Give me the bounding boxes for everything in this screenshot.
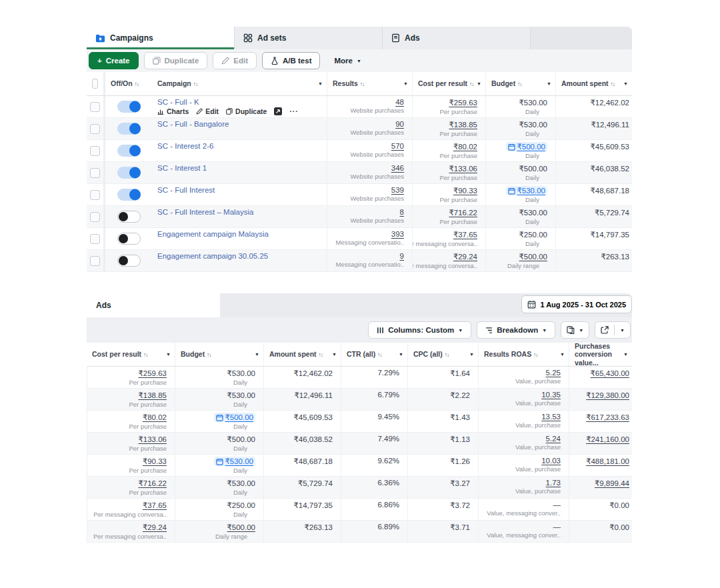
results-roas-value[interactable]: 1.73	[546, 479, 561, 487]
results-roas-value[interactable]: 10.35	[541, 391, 561, 399]
purchases-conversion-value[interactable]: ₹9,899.44	[595, 479, 629, 488]
budget-value[interactable]: ₹530.00	[519, 120, 548, 129]
more-button[interactable]: More ▼	[325, 52, 369, 69]
cost-per-result-value[interactable]: ₹259.63	[139, 369, 167, 378]
tab-campaigns[interactable]: Campaigns	[87, 27, 235, 49]
filter-caret-icon[interactable]: ▼	[547, 81, 551, 86]
filter-caret-icon[interactable]: ▼	[399, 351, 403, 357]
campaign-name-link[interactable]: SC - Interest 2-6	[157, 142, 321, 150]
header-budget[interactable]: Budget ↑↓ ▼	[485, 72, 555, 95]
budget-value[interactable]: ₹530.00	[214, 457, 256, 466]
results-value[interactable]: 393	[391, 230, 404, 238]
cost-per-result-value[interactable]: ₹716.22	[139, 479, 167, 488]
campaign-toggle[interactable]	[117, 189, 141, 201]
cost-per-result-value[interactable]: ₹133.06	[139, 435, 167, 444]
results-value[interactable]: 8	[400, 208, 404, 216]
filter-caret-icon[interactable]: ▼	[623, 81, 628, 86]
cost-per-result-value[interactable]: ₹716.22	[449, 208, 478, 217]
budget-value[interactable]: ₹530.00	[519, 208, 548, 217]
campaign-toggle[interactable]	[117, 255, 141, 267]
header-purchases-conversion-value[interactable]: Purchases conversion value... ▼	[569, 343, 632, 366]
purchases-conversion-value[interactable]: ₹0.00	[609, 523, 629, 532]
budget-value[interactable]: ₹500.00	[506, 142, 548, 151]
cost-per-result-value[interactable]: ₹138.85	[139, 391, 167, 400]
row-checkbox[interactable]	[90, 124, 100, 134]
budget-value[interactable]: ₹530.00	[506, 186, 548, 195]
cost-per-result-value[interactable]: ₹259.63	[449, 98, 478, 107]
row-checkbox[interactable]	[90, 146, 100, 156]
row-checkbox[interactable]	[90, 256, 100, 266]
budget-value[interactable]: ₹530.00	[519, 98, 548, 107]
duplicate-action[interactable]: Duplicate	[226, 107, 267, 115]
purchases-conversion-value[interactable]: ₹488,181.00	[586, 457, 629, 466]
campaign-name-link[interactable]: Engagement campaign Malaysia	[157, 230, 321, 238]
date-range-button[interactable]: 1 Aug 2025 - 31 Oct 2025	[521, 295, 632, 313]
cost-per-result-value[interactable]: ₹80.02	[453, 142, 477, 151]
results-value[interactable]: 346	[391, 164, 404, 172]
filter-caret-icon[interactable]: ▼	[166, 351, 171, 357]
ads-panel-tab[interactable]: Ads	[87, 293, 220, 317]
campaign-name-link[interactable]: SC - Full - Bangalore	[157, 120, 321, 128]
breakdown-button[interactable]: Breakdown ▼	[477, 321, 555, 339]
filter-caret-icon[interactable]: ▼	[623, 351, 628, 357]
campaign-name-link[interactable]: SC - Full Interest	[157, 186, 321, 194]
reports-button[interactable]: ▼	[561, 321, 589, 339]
edit-button[interactable]: Edit	[213, 52, 257, 69]
results-value[interactable]: 9	[400, 252, 404, 260]
header-campaign[interactable]: Campaign ↑↓ ▼	[152, 72, 327, 95]
campaign-name-link[interactable]: Engagement campaign 30.05.25	[157, 252, 321, 260]
row-checkbox[interactable]	[90, 212, 100, 222]
results-value[interactable]: 570	[391, 142, 404, 150]
budget-value[interactable]: ₹250.00	[519, 230, 548, 239]
purchases-conversion-value[interactable]: ₹129,380.00	[586, 391, 629, 400]
cost-per-result-value[interactable]: ₹29.24	[143, 523, 167, 532]
results-value[interactable]: 48	[395, 98, 404, 106]
filter-caret-icon[interactable]: ▼	[332, 351, 337, 357]
create-button[interactable]: + Create	[89, 52, 139, 69]
campaign-toggle[interactable]	[117, 233, 141, 245]
cost-per-result-value[interactable]: ₹37.65	[453, 230, 477, 239]
cost-per-result-value[interactable]: ₹90.33	[143, 457, 167, 466]
header-cpc[interactable]: CPC (all) ↑↓ ▼	[407, 343, 478, 366]
budget-value[interactable]: ₹500.00	[214, 413, 256, 422]
cost-per-result-value[interactable]: ₹133.06	[449, 164, 478, 173]
purchases-conversion-value[interactable]: ₹0.00	[609, 501, 629, 510]
row-checkbox[interactable]	[90, 190, 100, 200]
header-off-on[interactable]: Off/On ↑↓	[105, 72, 152, 95]
edit-action[interactable]: Edit	[196, 107, 219, 115]
header-results[interactable]: Results ↑↓ ▼	[327, 72, 412, 95]
purchases-conversion-value[interactable]: ₹617,233.63	[586, 413, 629, 422]
select-all-checkbox[interactable]	[92, 79, 98, 89]
budget-value[interactable]: ₹530.00	[227, 479, 256, 488]
cost-per-result-value[interactable]: ₹138.85	[449, 120, 478, 129]
results-value[interactable]: 539	[391, 186, 404, 194]
cost-per-result-value[interactable]: ₹37.65	[143, 501, 167, 510]
row-checkbox[interactable]	[90, 168, 100, 178]
header-cost-per-result[interactable]: Cost per result ↑↓ ▼	[87, 343, 175, 366]
campaign-toggle[interactable]	[117, 101, 141, 113]
budget-value[interactable]: ₹500.00	[519, 252, 548, 261]
header-cost-per-result[interactable]: Cost per result ↑↓ ▼	[412, 72, 485, 95]
campaign-toggle[interactable]	[117, 145, 141, 157]
filter-caret-icon[interactable]: ▼	[477, 81, 481, 86]
more-actions[interactable]: ···	[289, 107, 299, 115]
campaign-toggle[interactable]	[117, 123, 141, 135]
results-roas-value[interactable]: —	[553, 501, 561, 509]
filter-caret-icon[interactable]: ▼	[560, 351, 565, 357]
results-roas-value[interactable]: 5.24	[546, 435, 561, 443]
cost-per-result-value[interactable]: ₹90.33	[453, 186, 477, 195]
header-amount-spent[interactable]: Amount spent ↑↓ ▼	[263, 343, 341, 366]
filter-caret-icon[interactable]: ▼	[318, 81, 323, 86]
columns-button[interactable]: Columns: Custom ▼	[368, 321, 471, 339]
results-roas-value[interactable]: —	[553, 523, 561, 531]
campaign-toggle[interactable]	[117, 167, 141, 179]
cost-per-result-value[interactable]: ₹29.24	[453, 252, 477, 261]
results-roas-value[interactable]: 5.25	[546, 369, 561, 377]
filter-caret-icon[interactable]: ▼	[403, 81, 408, 86]
tab-ad-sets[interactable]: Ad sets	[235, 27, 383, 49]
results-value[interactable]: 90	[395, 120, 404, 128]
budget-value[interactable]: ₹500.00	[227, 523, 256, 532]
chevron-down-icon[interactable]: ▼	[620, 328, 625, 333]
budget-value[interactable]: ₹500.00	[519, 164, 548, 173]
export-button[interactable]: ▼	[595, 321, 631, 339]
